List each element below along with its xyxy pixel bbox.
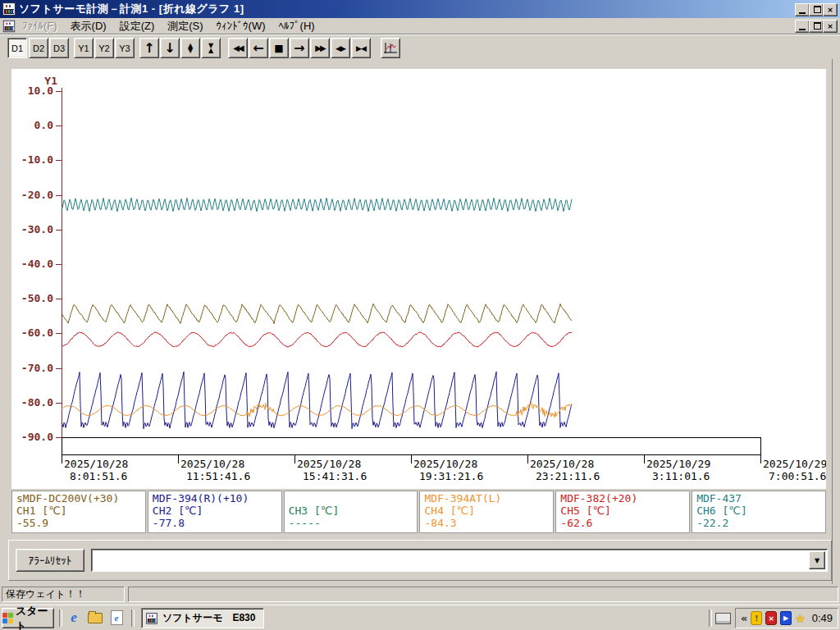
x-tick-date-label: 2025/10/29	[763, 458, 826, 470]
menu-file: ﾌｧｲﾙ(F)	[16, 19, 64, 34]
x-tick-time-label: 15:41:31.6	[303, 470, 367, 482]
alarm-combobox[interactable]: ▼	[91, 549, 828, 572]
channel-value: -22.2	[696, 517, 821, 529]
taskbar-clock[interactable]: 0:49	[812, 612, 833, 624]
title-bar: ソフトサーモ計測－計測1 - [折れ線グラフ 1] ×	[0, 0, 840, 18]
compress-x-button[interactable]: ▶◀	[351, 38, 371, 58]
x-tick-date-label: 2025/10/28	[297, 458, 361, 470]
y-tick-label: -60.0	[21, 326, 53, 339]
alarm-panel: ｱﾗｰﾑﾘｾｯﾄ ▼	[8, 540, 832, 581]
y-tick-label: 10.0	[28, 84, 53, 97]
step-left-button[interactable]: ←	[249, 38, 268, 58]
stop-icon: ■	[274, 43, 283, 54]
y-tick-label: -70.0	[21, 362, 53, 374]
channel-label: CH3 [℃]	[289, 504, 413, 517]
expand-y-button[interactable]: ▲ ▼	[180, 38, 200, 58]
channel-name: MDF-437	[696, 492, 821, 504]
app-icon	[146, 613, 158, 624]
channel-name: MDF-382(+20)	[560, 492, 685, 504]
legend-channel-5: MDF-382(+20) CH5 [℃] -62.6	[555, 491, 690, 533]
child-restore-icon[interactable]	[809, 20, 824, 33]
time-range-box[interactable]	[62, 438, 761, 455]
start-button[interactable]: スタート	[2, 608, 54, 628]
desktop-quicklaunch-icon[interactable]	[87, 609, 103, 626]
legend-channel-6: MDF-437 CH6 [℃] -22.2	[692, 491, 826, 533]
pan-up-button[interactable]: ↑	[139, 38, 159, 58]
menu-view[interactable]: 表示(D)	[64, 19, 113, 34]
step-right-button[interactable]: →	[290, 38, 309, 58]
client-right-border	[832, 59, 833, 584]
menu-bar: ﾌｧｲﾙ(F) 表示(D) 設定(Z) 測定(S) ｳｨﾝﾄﾞｳ(W) ﾍﾙﾌﾟ…	[0, 18, 840, 34]
y3-button[interactable]: Y3	[115, 38, 135, 58]
chevron-down-icon[interactable]: ▼	[809, 551, 825, 569]
channel-name: MDF-394AT(L)	[424, 492, 549, 504]
x-tick-date-label: 2025/10/29	[646, 458, 710, 470]
security-shield-icon[interactable]: ×	[765, 611, 777, 625]
x-tick-time-label: 19:31:21.6	[419, 470, 483, 482]
channel-label: CH5 [℃]	[560, 504, 685, 517]
channel-name	[289, 492, 413, 504]
child-window-icon[interactable]	[3, 20, 15, 31]
compress-vertical-icon: ▼ ▲	[208, 43, 213, 53]
d1-button[interactable]: D1	[7, 38, 27, 58]
left-arrow-icon: ←	[253, 40, 263, 56]
series-CH1-line	[62, 304, 572, 323]
x-tick-date-label: 2025/10/28	[530, 458, 594, 470]
close-icon[interactable]: ×	[823, 3, 838, 16]
compress-horizontal-icon: ▶◀	[356, 44, 366, 52]
channel-name: sMDF-DC200V(+30)	[16, 492, 141, 504]
restore-icon[interactable]	[809, 3, 824, 16]
stop-button[interactable]: ■	[269, 38, 289, 58]
y1-button[interactable]: Y1	[74, 38, 94, 58]
y-tick-label: -10.0	[21, 153, 53, 166]
channel-legend: sMDF-DC200V(+30) CH1 [℃] -55.9 MDF-394(R…	[11, 491, 826, 533]
mail-quicklaunch-icon[interactable]: e	[108, 609, 125, 626]
menu-settings[interactable]: 設定(Z)	[113, 19, 162, 34]
menu-window[interactable]: ｳｨﾝﾄﾞｳ(W)	[210, 19, 272, 34]
fast-rewind-button[interactable]: ◀◀	[228, 38, 248, 58]
fast-forward-button[interactable]: ▶▶	[310, 38, 330, 58]
task-button-softthermo[interactable]: ソフトサーモ E830	[141, 608, 264, 628]
y2-button[interactable]: Y2	[94, 38, 114, 58]
window-title: ソフトサーモ計測－計測1 - [折れ線グラフ 1]	[19, 2, 244, 16]
update-shield-icon[interactable]: !	[751, 611, 762, 625]
channel-name: MDF-394(R)(+10)	[153, 492, 277, 504]
channel-value: -----	[289, 517, 413, 529]
right-arrow-icon: →	[294, 40, 304, 56]
expand-horizontal-icon: ◀▶	[336, 44, 345, 52]
child-minimize-icon[interactable]	[795, 20, 810, 33]
collapse-tray-icon[interactable]: «	[741, 612, 747, 624]
up-arrow-icon: ↑	[144, 40, 154, 56]
y-tick-label: -90.0	[21, 431, 53, 443]
toolbar: D1 D2 D3 Y1 Y2 Y3 ↑ ↓ ▲ ▼ ▼ ▲ ◀◀ ← ■ → ▶…	[0, 34, 840, 61]
windows-logo-icon	[2, 613, 13, 623]
child-close-icon[interactable]: ×	[823, 20, 838, 33]
y-tick-label: -50.0	[21, 292, 53, 304]
menu-help[interactable]: ﾍﾙﾌﾟ(H)	[272, 19, 322, 34]
ie-quicklaunch-icon[interactable]: e	[66, 609, 82, 626]
app-icon[interactable]	[2, 2, 16, 16]
alarm-reset-button[interactable]: ｱﾗｰﾑﾘｾｯﾄ	[16, 549, 84, 572]
y-tick-label: -30.0	[21, 223, 53, 235]
media-play-icon[interactable]: ▶	[780, 611, 792, 625]
fast-rewind-icon: ◀◀	[233, 43, 242, 52]
x-tick-time-label: 3:11:01.6	[652, 470, 710, 482]
minimize-icon[interactable]	[795, 3, 810, 16]
graph-view-button[interactable]	[381, 38, 400, 58]
keyboard-icon[interactable]	[715, 613, 731, 624]
x-tick-time-label: 23:21:11.6	[536, 470, 600, 482]
favorites-star-icon[interactable]: ★	[795, 612, 806, 625]
status-pane-2	[128, 587, 838, 602]
pan-down-button[interactable]: ↓	[160, 38, 180, 58]
compress-y-button[interactable]: ▼ ▲	[201, 38, 221, 58]
menu-measure[interactable]: 測定(S)	[161, 19, 209, 34]
series-CH6-line	[62, 198, 572, 212]
legend-channel-3: CH3 [℃] -----	[284, 491, 418, 533]
expand-vertical-icon: ▲ ▼	[188, 43, 193, 53]
expand-x-button[interactable]: ◀▶	[331, 38, 350, 58]
d2-button[interactable]: D2	[29, 38, 48, 58]
channel-label: CH1 [℃]	[16, 504, 141, 517]
line-chart: Y110.00.0-10.0-20.0-30.0-40.0-50.0-60.0-…	[11, 69, 826, 489]
d3-button[interactable]: D3	[49, 38, 69, 58]
x-tick-time-label: 8:01:51.6	[70, 470, 127, 482]
